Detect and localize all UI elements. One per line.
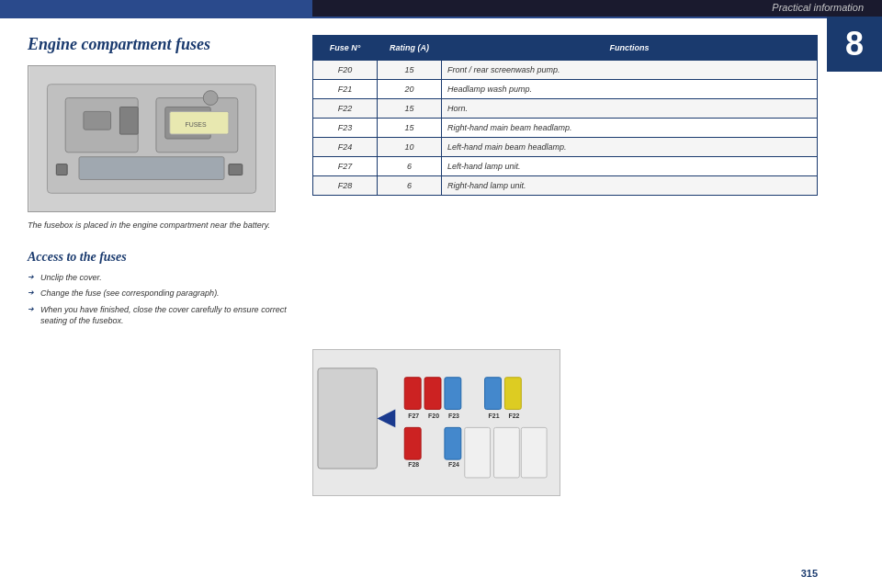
svg-text:F21: F21	[489, 413, 500, 419]
left-column: Engine compartment fuses FUSES The fuseb…	[28, 35, 294, 332]
svg-text:FUSES: FUSES	[186, 121, 207, 128]
fuse-function: Left-hand lamp unit.	[442, 157, 818, 176]
fuse-rating: 20	[378, 80, 442, 99]
fuse-number: F23	[313, 119, 378, 138]
svg-text:F22: F22	[508, 413, 519, 419]
svg-rect-28	[445, 427, 461, 459]
table-row: F24 10 Left-hand main beam headlamp.	[313, 138, 818, 157]
table-row: F21 20 Headlamp wash pump.	[313, 80, 818, 99]
svg-rect-9	[56, 164, 67, 175]
page-section-title: Practical information	[772, 2, 864, 13]
bullet-item: When you have finished, close the cover …	[28, 304, 294, 327]
fuse-number: F27	[313, 157, 378, 176]
svg-rect-14	[318, 368, 378, 469]
bullet-item: Unclip the cover.	[28, 272, 294, 284]
image-caption: The fusebox is placed in the engine comp…	[28, 220, 294, 232]
svg-text:F23: F23	[448, 413, 459, 419]
fuse-number: F22	[313, 99, 378, 119]
fuse-function: Right-hand lamp unit.	[442, 176, 818, 196]
col-header-rating: Rating (A)	[378, 36, 442, 61]
table-header-row: Fuse N° Rating (A) Functions	[313, 36, 818, 61]
fuse-function: Headlamp wash pump.	[442, 80, 818, 99]
top-bar-accent	[0, 0, 312, 17]
fuse-rating: 6	[378, 176, 442, 196]
chapter-number: 8	[845, 25, 864, 63]
header-line	[0, 17, 882, 18]
access-section-title: Access to the fuses	[28, 250, 294, 265]
chapter-badge: 8	[827, 17, 882, 72]
right-column: Fuse N° Rating (A) Functions F20 15 Fron…	[312, 35, 818, 196]
fuse-number: F24	[313, 138, 378, 157]
fuse-function: Right-hand main beam headlamp.	[442, 119, 818, 138]
svg-rect-6	[119, 107, 138, 134]
fuse-rating: 15	[378, 61, 442, 80]
svg-rect-30	[465, 427, 491, 478]
svg-rect-26	[404, 427, 421, 459]
fuse-function: Horn.	[442, 99, 818, 119]
fuse-number: F28	[313, 176, 378, 196]
table-row: F28 6 Right-hand lamp unit.	[313, 176, 818, 196]
table-row: F27 6 Left-hand lamp unit.	[313, 157, 818, 176]
svg-rect-16	[404, 378, 421, 410]
fuse-function: Left-hand main beam headlamp.	[442, 138, 818, 157]
svg-rect-22	[485, 378, 502, 410]
fuse-rating: 10	[378, 138, 442, 157]
svg-rect-31	[494, 427, 520, 478]
col-header-fuse: Fuse N°	[313, 36, 378, 61]
fuse-number: F21	[313, 80, 378, 99]
svg-text:F20: F20	[428, 413, 439, 419]
svg-text:F28: F28	[408, 461, 419, 468]
engine-image: FUSES	[28, 65, 276, 212]
fuse-rating: 15	[378, 119, 442, 138]
fuse-rating: 15	[378, 99, 442, 119]
svg-text:F24: F24	[448, 461, 459, 468]
section-title: Engine compartment fuses	[28, 35, 294, 54]
table-row: F20 15 Front / rear screenwash pump.	[313, 61, 818, 80]
svg-rect-18	[424, 378, 441, 410]
col-header-functions: Functions	[442, 36, 818, 61]
table-row: F23 15 Right-hand main beam headlamp.	[313, 119, 818, 138]
svg-rect-32	[521, 427, 547, 478]
access-bullet-list: Unclip the cover. Change the fuse (see c…	[28, 272, 294, 327]
svg-rect-10	[229, 164, 243, 175]
top-bar: Practical information	[0, 0, 882, 17]
svg-point-8	[203, 91, 218, 106]
fuse-table: Fuse N° Rating (A) Functions F20 15 Fron…	[312, 35, 818, 196]
svg-rect-24	[504, 378, 521, 410]
svg-rect-20	[445, 378, 461, 410]
svg-text:F27: F27	[408, 413, 419, 419]
svg-rect-5	[84, 111, 111, 130]
page-number: 315	[801, 568, 818, 579]
table-row: F22 15 Horn.	[313, 99, 818, 119]
fuse-number: F20	[313, 61, 378, 80]
svg-rect-4	[79, 157, 224, 180]
fuse-diagram: F27 F20 F23 F21 F22 F28 F24	[312, 349, 560, 496]
fuse-rating: 6	[378, 157, 442, 176]
bullet-item: Change the fuse (see corresponding parag…	[28, 288, 294, 300]
fuse-function: Front / rear screenwash pump.	[442, 61, 818, 80]
